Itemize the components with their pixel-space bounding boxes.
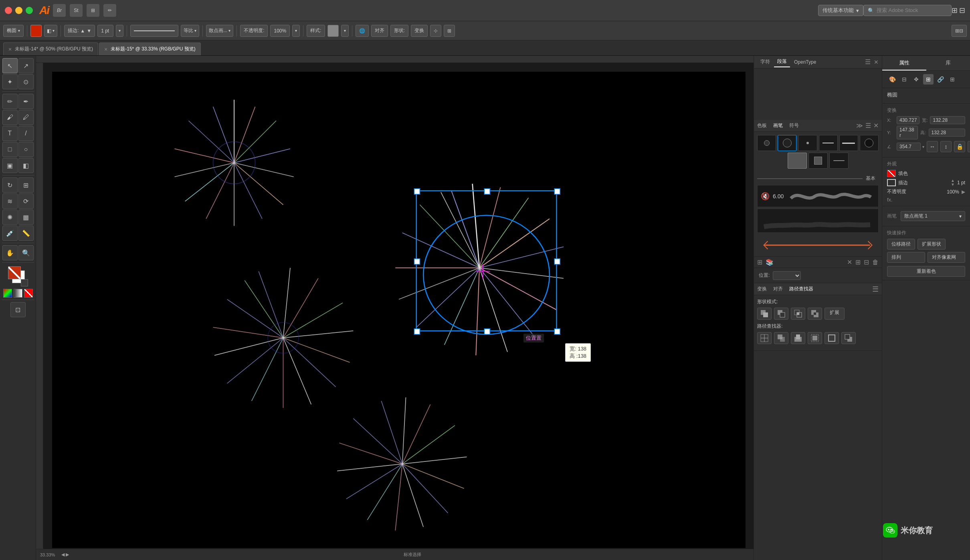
hand-tool[interactable]: ✋ (2, 245, 18, 260)
panel-close-icon[interactable]: ✕ (874, 59, 879, 65)
opacity-dropdown[interactable]: ▾ (292, 25, 300, 37)
shift-path-btn[interactable]: 位移路径 (887, 239, 915, 250)
panel-grid-icons[interactable]: ⊞ ⊟ (952, 6, 965, 15)
line-style-swatch[interactable] (130, 25, 178, 37)
flip-v-icon[interactable]: ↕ (940, 141, 952, 152)
tab-opentype[interactable]: OpenType (791, 58, 819, 66)
embed-icon[interactable]: ⊞ (947, 74, 958, 85)
tab-char[interactable]: 字符 (757, 57, 773, 67)
more-icon[interactable]: ⊞ (444, 25, 455, 37)
gradient-mode-btn[interactable] (14, 289, 22, 298)
tab-brushes[interactable]: 画笔 (773, 122, 783, 129)
width-value[interactable]: 132.28 (930, 116, 965, 124)
grid-icon[interactable]: ⊞ (923, 74, 934, 85)
pen-tool[interactable]: ✏ (2, 94, 18, 109)
tab-library[interactable]: 库 (926, 56, 970, 71)
pencil-tool[interactable]: ✒ (18, 94, 34, 109)
expand-icon[interactable]: ≫ (856, 122, 863, 129)
tab-document-1[interactable]: × 未标题-14* @ 50% (RGB/GPU 预览) (3, 42, 98, 55)
style-swatch[interactable] (327, 25, 339, 37)
anchor-tool[interactable]: ✦ (2, 74, 18, 89)
tab-transform[interactable]: 变换 (757, 286, 767, 292)
minimize-button[interactable] (15, 7, 22, 14)
gradient-tool[interactable]: ◧ (18, 158, 34, 173)
brush-select[interactable]: 散点画笔 1 ▾ (901, 211, 965, 221)
height-value[interactable]: 132.28 (929, 129, 965, 137)
merge-btn[interactable] (791, 332, 805, 344)
x-value[interactable]: 430.727 (897, 116, 919, 124)
exclude-btn[interactable] (808, 308, 822, 320)
panel-expand-icon[interactable]: ☰ (865, 58, 871, 66)
scatter-brush-dropdown[interactable]: 散点画... ▾ (206, 25, 233, 37)
tab-symbols[interactable]: 符号 (789, 122, 799, 129)
maximize-button[interactable] (26, 7, 33, 14)
stroke-stepper[interactable]: ▲ ▼ (951, 179, 955, 187)
transform-more-icon[interactable]: … (968, 141, 970, 152)
panel-menu-icon[interactable]: ☰ (865, 122, 871, 129)
y-value[interactable]: 147.38 r (897, 126, 918, 139)
rect-tool[interactable]: □ (2, 142, 18, 157)
down-arrow-icon[interactable]: ▼ (87, 28, 91, 34)
brush-tool[interactable]: 🖌 (2, 110, 18, 125)
window-controls[interactable] (5, 7, 33, 14)
shape-selector[interactable]: 椭圆 ▾ (3, 25, 24, 37)
align-label[interactable]: 对齐 (371, 25, 388, 37)
fill-dropdown[interactable]: ◧ ▾ (44, 25, 57, 37)
column-tool[interactable]: ▦ (18, 209, 34, 225)
canvas-area[interactable]: 宽: 138 高 :138 位置置 33.33% ◀ ▶ 标准选择 (36, 56, 754, 560)
none-swatch[interactable] (21, 279, 28, 286)
brush-delete-icon[interactable]: 🗑 (872, 259, 879, 266)
pen-icon[interactable]: ✏ (103, 4, 116, 17)
pathfinder-menu-icon[interactable]: ☰ (872, 285, 879, 294)
eyedropper-tool[interactable]: 💉 (2, 226, 18, 241)
fill-color-swatch[interactable] (30, 25, 42, 37)
measure-tool[interactable]: 📏 (18, 226, 34, 241)
color-mode-btn[interactable] (3, 289, 12, 298)
stock-icon[interactable]: St (70, 4, 83, 17)
brush-cell-3[interactable] (798, 135, 817, 151)
opacity-value[interactable]: 100% (270, 25, 290, 37)
grid-icon[interactable]: ⊞ (952, 6, 958, 15)
stroke-swatch[interactable] (887, 179, 896, 186)
tab-properties[interactable]: 属性 (882, 56, 926, 71)
brush-cell-mid[interactable] (808, 153, 828, 169)
line-style-dropdown[interactable]: 等比 ▾ (181, 25, 199, 37)
brush-dupe-icon[interactable]: ⊟ (864, 258, 869, 266)
zoom-tool[interactable]: 🔍 (18, 245, 34, 260)
brush-cell-5[interactable] (839, 135, 858, 151)
arrange-btn[interactable]: 排列 (887, 252, 925, 263)
brush-cell-blank[interactable] (788, 153, 807, 169)
brush-add-icon[interactable]: ⊞ (855, 258, 861, 266)
crop-btn[interactable] (808, 332, 822, 344)
minus-back-btn[interactable] (841, 332, 856, 344)
fx-label[interactable]: fx. (887, 197, 893, 203)
rotate-tool[interactable]: ↻ (2, 177, 18, 193)
lasso-tool[interactable]: ⊙ (18, 74, 34, 89)
angle-value[interactable]: 354.7 (897, 143, 921, 151)
fill-swatch[interactable] (887, 170, 896, 177)
tab-swatches[interactable]: 色板 (757, 122, 767, 129)
artboard[interactable]: 宽: 138 高 :138 位置置 (52, 72, 746, 548)
link-icon[interactable]: 🔗 (935, 74, 946, 85)
direct-select-tool[interactable]: ↗ (18, 58, 34, 73)
intersect-btn[interactable] (791, 308, 805, 320)
fill-stroke-swatches[interactable] (8, 266, 28, 286)
shape-label2[interactable]: 形状: (390, 25, 408, 37)
chevron-down-icon[interactable]: ▾ (922, 145, 924, 149)
library-icon[interactable]: 📚 (766, 258, 774, 266)
tab-para[interactable]: 段落 (774, 56, 790, 67)
outline-btn[interactable] (824, 332, 839, 344)
workspace-dropdown[interactable]: 传统基本功能 ▾ (818, 5, 863, 16)
symbol-tool[interactable]: ✺ (2, 209, 18, 225)
paint-icon[interactable]: 🎨 (887, 74, 897, 85)
artboard-tool[interactable]: ⊡ (10, 302, 26, 317)
brush-cell-6[interactable] (860, 135, 879, 151)
style-dropdown[interactable]: ▾ (341, 25, 349, 37)
align-pixel-btn[interactable]: 对齐像素网 (928, 252, 966, 263)
stroke-down-icon[interactable]: ▼ (951, 183, 955, 187)
mute-icon[interactable]: 🔇 (761, 192, 770, 201)
brush-cell-line[interactable] (829, 153, 849, 169)
tab-close-icon[interactable]: × (104, 46, 107, 52)
brush-clear-icon[interactable]: ✕ (847, 258, 852, 266)
shaper-tool[interactable]: 🖊 (18, 110, 34, 125)
